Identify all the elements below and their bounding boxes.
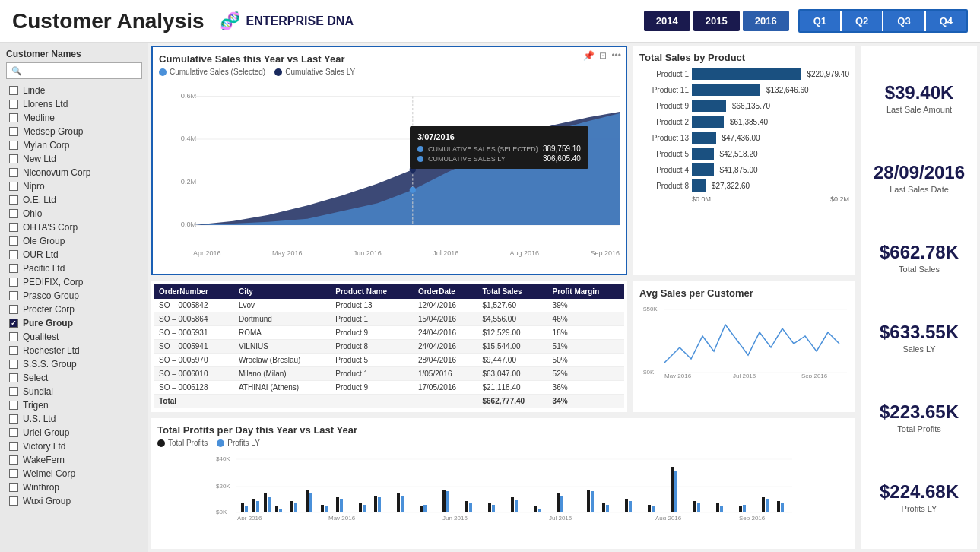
table-cell: 15/04/2016 xyxy=(414,312,478,326)
year-2015-button[interactable]: 2015 xyxy=(693,11,740,31)
sidebar-checkbox[interactable] xyxy=(9,414,18,424)
sidebar-item[interactable]: WakeFern xyxy=(6,453,142,467)
product-row: Product 1$220,979.40 xyxy=(639,68,849,80)
sidebar-item[interactable]: Niconovum Corp xyxy=(6,166,142,179)
sidebar-item-label: Niconovum Corp xyxy=(23,167,90,178)
sidebar-item[interactable]: OUR Ltd xyxy=(6,248,142,262)
sidebar-item-label: Mylan Corp xyxy=(23,140,69,151)
sidebar-checkbox[interactable] xyxy=(9,455,18,465)
pin-icon[interactable]: 📌 xyxy=(583,50,595,61)
sidebar-checkbox[interactable] xyxy=(9,483,18,492)
sidebar-item[interactable]: Victory Ltd xyxy=(6,439,142,453)
sidebar-item[interactable]: Procter Corp xyxy=(6,303,142,316)
products-x-max: $0.2M xyxy=(830,195,849,203)
sidebar-item[interactable]: Ohio xyxy=(6,207,142,220)
sidebar-checkbox[interactable] xyxy=(9,182,18,191)
sidebar-checkbox[interactable] xyxy=(9,401,18,410)
sidebar-item[interactable]: Llorens Ltd xyxy=(6,97,142,111)
table-cell: Dortmund xyxy=(234,312,331,326)
sidebar-item[interactable]: Weimei Corp xyxy=(6,467,142,481)
svg-rect-72 xyxy=(591,491,594,512)
sidebar-checkbox[interactable] xyxy=(9,154,18,163)
sidebar-checkbox[interactable] xyxy=(9,469,18,478)
sidebar-item[interactable]: Medline xyxy=(6,111,142,125)
sidebar-checkbox[interactable] xyxy=(9,264,18,273)
sidebar-title: Customer Names xyxy=(6,49,142,59)
q3-button[interactable]: Q3 xyxy=(883,11,924,31)
svg-rect-55 xyxy=(256,501,259,512)
sidebar-item[interactable]: Sundial xyxy=(6,385,142,398)
sidebar-checkbox[interactable] xyxy=(9,127,18,136)
sidebar-checkbox[interactable] xyxy=(9,346,18,355)
svg-text:Sep 2016: Sep 2016 xyxy=(801,373,828,378)
sidebar-item[interactable]: Mylan Corp xyxy=(6,138,142,152)
expand-icon[interactable]: ⊡ xyxy=(599,50,607,61)
year-2016-button[interactable]: 2016 xyxy=(743,11,789,31)
q4-button[interactable]: Q4 xyxy=(926,11,966,31)
q2-button[interactable]: Q2 xyxy=(842,11,882,31)
sidebar-item[interactable]: S.S.S. Group xyxy=(6,357,142,371)
table-cell: ROMA xyxy=(234,326,331,340)
sidebar-checkbox[interactable] xyxy=(9,209,18,218)
sidebar-item[interactable]: Wuxi Group xyxy=(6,494,142,508)
product-row: Product 8$27,322.60 xyxy=(639,179,849,192)
sidebar-checkbox[interactable] xyxy=(9,113,18,122)
sidebar-item[interactable]: U.S. Ltd xyxy=(6,412,142,426)
table-cell: ATHINAI (Athens) xyxy=(234,381,331,395)
sidebar-checkbox[interactable] xyxy=(9,373,18,382)
sidebar-item[interactable]: OHTA'S Corp xyxy=(6,220,142,234)
svg-rect-29 xyxy=(275,506,278,512)
sidebar-checkbox[interactable] xyxy=(9,278,18,287)
sidebar-item[interactable]: Uriel Group xyxy=(6,426,142,439)
sidebar-checkbox[interactable] xyxy=(9,442,18,451)
sidebar-item[interactable]: Medsep Group xyxy=(6,125,142,138)
logo-text: ENTERPRISE DNA xyxy=(246,14,354,28)
sidebar-item[interactable]: Select xyxy=(6,371,142,385)
sidebar-item[interactable]: Winthrop xyxy=(6,481,142,494)
sidebar-checkbox[interactable] xyxy=(9,305,18,314)
sidebar-checkbox[interactable] xyxy=(9,100,18,109)
table-row: SO – 0005842LvovProduct 1312/04/2016$1,5… xyxy=(154,299,624,312)
table-cell: $1,527.60 xyxy=(477,299,547,312)
sidebar-item[interactable]: Nipro xyxy=(6,179,142,193)
sidebar-checkbox[interactable] xyxy=(9,428,18,437)
sidebar-checkbox[interactable] xyxy=(9,141,18,150)
sidebar-item[interactable]: Pacific Ltd xyxy=(6,262,142,275)
year-2014-button[interactable]: 2014 xyxy=(644,11,690,31)
sidebar-item[interactable]: O.E. Ltd xyxy=(6,193,142,207)
more-icon[interactable]: ••• xyxy=(611,50,621,61)
sidebar-item[interactable]: Prasco Group xyxy=(6,289,142,303)
legend-label-selected: Cumulative Sales (Selected) xyxy=(170,68,265,76)
search-box[interactable]: 🔍 xyxy=(6,62,142,79)
sidebar-checkbox[interactable] xyxy=(9,291,18,300)
dna-icon: 🧬 xyxy=(220,11,240,31)
sidebar-checkbox[interactable] xyxy=(9,223,18,232)
content-grid: 📌 ⊡ ••• Cumulative Sales this Year vs La… xyxy=(148,43,980,552)
svg-rect-35 xyxy=(374,496,377,512)
sidebar-item[interactable]: Rochester Ltd xyxy=(6,344,142,357)
sidebar-checkbox[interactable] xyxy=(9,86,18,95)
sidebar-checkbox[interactable] xyxy=(9,168,18,177)
svg-rect-73 xyxy=(606,505,609,512)
svg-rect-64 xyxy=(401,496,404,512)
sidebar-item[interactable]: New Ltd xyxy=(6,152,142,166)
table-cell: 24/04/2016 xyxy=(414,340,478,354)
sidebar-checkbox[interactable] xyxy=(9,319,18,328)
sidebar-item[interactable]: Trigen xyxy=(6,398,142,412)
sidebar-checkbox[interactable] xyxy=(9,236,18,246)
sidebar-item[interactable]: Linde xyxy=(6,84,142,97)
product-value: $132,646.60 xyxy=(766,86,809,94)
sidebar-checkbox[interactable] xyxy=(9,332,18,341)
sidebar-checkbox[interactable] xyxy=(9,496,18,506)
sidebar-item-label: Trigen xyxy=(23,400,49,411)
sidebar-item[interactable]: Pure Group xyxy=(6,316,142,330)
q1-button[interactable]: Q1 xyxy=(800,11,840,31)
sidebar-checkbox[interactable] xyxy=(9,387,18,396)
sidebar-item[interactable]: Qualitest xyxy=(6,330,142,344)
sidebar-checkbox[interactable] xyxy=(9,360,18,369)
sidebar-checkbox[interactable] xyxy=(9,195,18,205)
sidebar-item[interactable]: PEDIFIX, Corp xyxy=(6,275,142,289)
sidebar-item[interactable]: Ole Group xyxy=(6,234,142,248)
search-input[interactable] xyxy=(25,65,137,76)
sidebar-checkbox[interactable] xyxy=(9,250,18,259)
